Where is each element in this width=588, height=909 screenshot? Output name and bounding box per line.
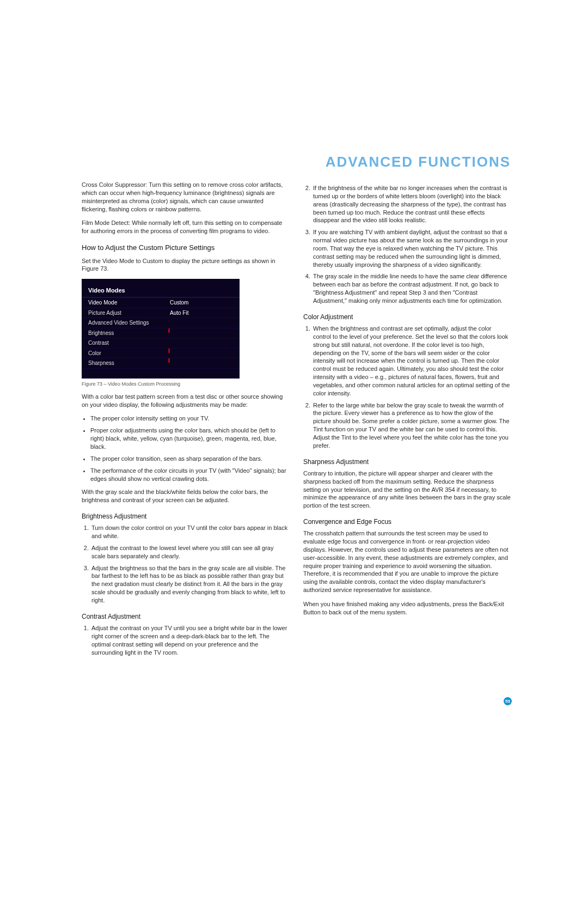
fig-contrast-slider: [170, 339, 213, 347]
adjustment-bullets: The proper color intensity setting on yo…: [82, 414, 289, 483]
fig-color-label: Color: [88, 350, 170, 357]
contrast-step-2: If the brightness of the white bar no lo…: [312, 184, 511, 224]
fig-color-slider: [170, 350, 213, 357]
page-title: ADVANCED FUNCTIONS: [326, 154, 511, 170]
heading-custom-picture: How to Adjust the Custom Picture Setting…: [82, 243, 289, 253]
brightness-steps: Turn down the color control on your TV u…: [82, 524, 289, 605]
gray-intro: With the gray scale and the black/white …: [82, 488, 289, 504]
fig-mode-label: Video Mode: [88, 299, 170, 307]
contrast-step-1: Adjust the contrast on your TV until you…: [90, 624, 289, 656]
fig-brightness-label: Brightness: [88, 330, 170, 337]
bullet-3: The proper color transition, seen as sha…: [90, 455, 289, 463]
contrast-step-4: The gray scale in the middle line needs …: [312, 272, 511, 304]
manual-page: ADVANCED FUNCTIONS Cross Color Suppresso…: [0, 0, 588, 909]
bullet-1: The proper color intensity setting on yo…: [90, 414, 289, 423]
custom-intro: Set the Video Mode to Custom to display …: [82, 257, 289, 273]
fig-mode-value: Custom: [170, 299, 213, 307]
fig-avs-label: Advanced Video Settings: [88, 319, 170, 327]
film-mode-lead: Film Mode Detect:: [82, 219, 130, 226]
figure-73-image: Video Modes Video Mode Custom Picture Ad…: [82, 279, 240, 378]
fig-row-avs: Advanced Video Settings: [82, 318, 240, 328]
convergence-p2: When you have finished making any video …: [303, 600, 511, 617]
fig-pa-label: Picture Adjust: [88, 309, 170, 317]
bullet-4: The performance of the color circuits in…: [90, 467, 289, 483]
brightness-step-3: Adjust the brightness so that the bars i…: [90, 564, 289, 605]
left-column: Cross Color Suppressor: Turn this settin…: [82, 181, 289, 662]
contrast-steps-right: If the brightness of the white bar no lo…: [303, 184, 511, 305]
cross-color-paragraph: Cross Color Suppressor: Turn this settin…: [82, 181, 289, 213]
fig-pa-value: Auto Fit: [170, 309, 213, 317]
heading-sharpness: Sharpness Adjustment: [303, 457, 511, 466]
fig-row-color: Color: [82, 349, 240, 359]
color-steps: When the brightness and contrast are set…: [303, 325, 511, 450]
after-fig-text: With a color bar test pattern screen fro…: [82, 393, 289, 409]
heading-contrast: Contrast Adjustment: [82, 612, 289, 621]
contrast-step-3: If you are watching TV with ambient dayl…: [312, 228, 511, 269]
heading-brightness: Brightness Adjustment: [82, 512, 289, 521]
fig-row-brightness: Brightness: [82, 328, 240, 339]
brightness-step-1: Turn down the color control on your TV u…: [90, 524, 289, 540]
bullet-2: Proper color adjustments using the color…: [90, 426, 289, 451]
cross-color-lead: Cross Color Suppressor:: [82, 181, 147, 188]
brightness-step-2: Adjust the contrast to the lowest level …: [90, 544, 289, 560]
color-step-2: Refer to the large white bar below the g…: [312, 401, 511, 450]
film-mode-paragraph: Film Mode Detect: While normally left of…: [82, 219, 289, 235]
fig-sharpness-label: Sharpness: [88, 359, 170, 367]
heading-convergence: Convergence and Edge Focus: [303, 517, 511, 526]
fig-sharpness-slider: [170, 359, 213, 367]
page-number-badge: 53: [504, 697, 512, 705]
fig-header: Video Modes: [82, 285, 240, 298]
fig-row-mode: Video Mode Custom: [82, 298, 240, 308]
right-column: If the brightness of the white bar no lo…: [303, 181, 511, 662]
color-step-1: When the brightness and contrast are set…: [312, 325, 511, 398]
fig-contrast-label: Contrast: [88, 339, 170, 347]
two-column-layout: Cross Color Suppressor: Turn this settin…: [82, 181, 511, 662]
fig-row-sharpness: Sharpness: [82, 358, 240, 369]
fig-row-picture-adjust: Picture Adjust Auto Fit: [82, 308, 240, 319]
sharpness-text: Contrary to intuition, the picture will …: [303, 469, 511, 510]
fig-brightness-slider: [170, 330, 213, 337]
fig-row-contrast: Contrast: [82, 338, 240, 349]
contrast-steps-left: Adjust the contrast on your TV until you…: [82, 624, 289, 656]
heading-color: Color Adjustment: [303, 313, 511, 321]
convergence-p1: The crosshatch pattern that surrounds th…: [303, 529, 511, 594]
figure-73-caption: Figure 73 – Video Modes Custom Processin…: [82, 381, 289, 387]
